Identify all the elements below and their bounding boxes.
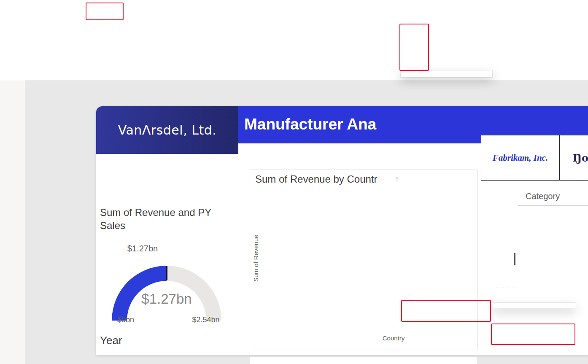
x-axis-title: Country (351, 334, 436, 342)
report-logo-block[interactable]: VanΛrsdel, Ltd. (96, 106, 238, 154)
gridline-fragment (494, 288, 518, 288)
bar-chart-visual[interactable]: Sum of Revenue by Countr Sum of Revenue … (250, 170, 477, 350)
gauge-center-value: $1.27bn (112, 291, 221, 307)
category-slicer-divider (518, 205, 588, 206)
bar-chart-title: Sum of Revenue by Countr (255, 173, 378, 185)
report-logo-text: VanΛrsdel, Ltd. (118, 123, 217, 138)
report-page[interactable]: VanΛrsdel, Ltd. Manufacturer Ana Fabrika… (96, 106, 588, 355)
manufacturer-card-nod[interactable]: Ŋod (560, 135, 588, 181)
category-slicer[interactable]: Category (518, 186, 588, 208)
manufacturer-card-label: Fabrikam, Inc. (493, 153, 548, 163)
arrow-up-icon[interactable] (392, 174, 402, 184)
gauge-target-marker (166, 266, 167, 280)
scrollbar-thumb[interactable] (514, 253, 515, 265)
navigator-submenu (492, 303, 576, 308)
gauge-min-label: $0bn (108, 315, 143, 324)
year-slicer-title: Year (100, 334, 122, 347)
gauge-visual[interactable]: $1.27bn (112, 266, 221, 321)
ribbon-content (0, 20, 588, 80)
gauge-callout-value: $1.27bn (109, 244, 176, 253)
ribbon-tab-bar (0, 0, 588, 20)
partial-visual-below[interactable] (250, 357, 477, 364)
gridline-fragment (494, 217, 518, 217)
gauge-max-label: $2.54bn (188, 315, 224, 324)
category-slicer-title: Category (518, 186, 588, 201)
manufacturer-card-fabrikam[interactable]: Fabrikam, Inc. (481, 135, 560, 181)
gauge-title: Sum of Revenue and PY Sales (100, 206, 211, 232)
manufacturer-card-label: Ŋod (573, 152, 588, 164)
view-switcher-sidebar (0, 80, 25, 364)
report-canvas: VanΛrsdel, Ltd. Manufacturer Ana Fabrika… (25, 80, 588, 364)
buttons-dropdown-menu (401, 70, 492, 77)
y-axis-title: Sum of Revenue (251, 205, 260, 311)
